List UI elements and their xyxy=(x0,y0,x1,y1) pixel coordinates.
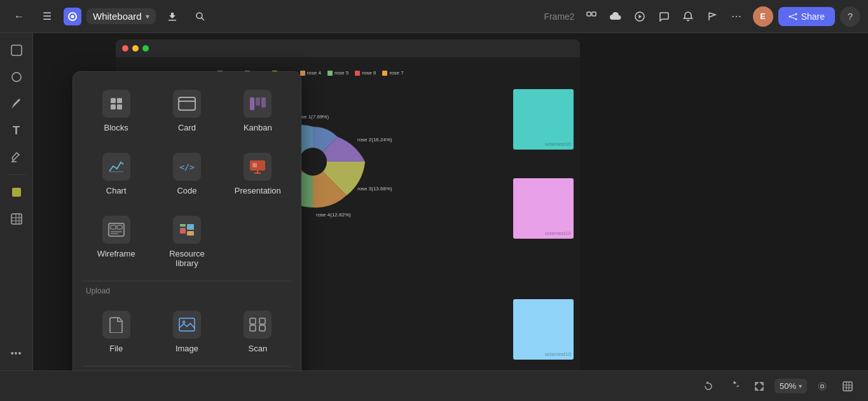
popup-grid-upload: File Image xyxy=(83,303,291,361)
presentation-icon xyxy=(244,153,272,181)
svg-point-9 xyxy=(795,13,797,15)
sidebar-eraser-tool[interactable] xyxy=(4,145,29,169)
svg-rect-29 xyxy=(261,97,266,108)
svg-line-12 xyxy=(790,17,795,18)
toolbar-icons: ⋯ xyxy=(580,5,748,28)
svg-rect-40 xyxy=(180,228,186,234)
sticky-note-pink[interactable]: octantest10 xyxy=(513,178,574,239)
resource-library-icon xyxy=(173,216,201,244)
svg-rect-37 xyxy=(117,225,122,229)
popup-item-presentation[interactable]: Presentation xyxy=(225,145,291,203)
sticky-note-blue[interactable]: octantest10 xyxy=(513,299,574,360)
card-icon xyxy=(173,90,201,118)
svg-rect-21 xyxy=(111,98,116,103)
popup-item-scan[interactable]: Scan xyxy=(225,303,291,361)
popup-item-image[interactable]: Image xyxy=(154,303,219,361)
avatar-button[interactable]: E xyxy=(753,6,773,27)
frame-dot-red xyxy=(122,45,128,52)
code-icon: </> xyxy=(173,153,201,181)
svg-rect-13 xyxy=(11,45,22,55)
popup-grid-3: Wireframe Resource library xyxy=(83,208,291,276)
undo-button[interactable] xyxy=(698,376,719,397)
play-btn[interactable] xyxy=(628,5,651,28)
popup-item-resource-library[interactable]: Resource library xyxy=(154,208,219,276)
grid-view-button[interactable] xyxy=(837,376,858,397)
popup-grid-1: Blocks Card xyxy=(83,82,291,140)
title-text: Whiteboard xyxy=(93,11,142,22)
zoom-text: 50% xyxy=(780,381,796,391)
zoom-chevron-icon: ▾ xyxy=(799,383,802,390)
comment-btn[interactable] xyxy=(652,5,675,28)
share-button[interactable]: Share xyxy=(778,7,835,26)
popup-item-card[interactable]: Card xyxy=(154,82,219,140)
sidebar-more-tool[interactable]: ••• xyxy=(4,341,29,365)
chart-icon xyxy=(102,153,130,181)
svg-rect-47 xyxy=(259,318,265,324)
notification-btn[interactable] xyxy=(677,5,699,28)
back-button[interactable]: ← xyxy=(8,5,31,28)
sidebar-text-tool[interactable]: T xyxy=(4,118,29,143)
svg-marker-7 xyxy=(638,15,642,18)
sidebar-shape-tool[interactable] xyxy=(4,65,29,89)
sidebar-select-tool[interactable] xyxy=(4,38,29,62)
frame-header xyxy=(116,39,580,57)
svg-rect-15 xyxy=(12,188,21,197)
svg-rect-24 xyxy=(117,104,122,109)
center-view-button[interactable] xyxy=(812,376,832,397)
save-cloud-btn[interactable] xyxy=(604,5,627,28)
chart-label: Chart xyxy=(106,186,127,195)
svg-point-10 xyxy=(795,18,797,20)
popup-item-kanban[interactable]: Kanban xyxy=(225,82,291,140)
frame-dot-green xyxy=(142,45,149,52)
more-btn[interactable]: ⋯ xyxy=(725,5,748,28)
sticky-note-green[interactable]: octantest10 xyxy=(513,89,574,150)
svg-rect-42 xyxy=(187,231,194,236)
presentation-label: Presentation xyxy=(235,186,281,195)
popup-item-chart[interactable]: Chart xyxy=(83,145,149,203)
legend-rose4: rose 4 xyxy=(300,70,321,76)
popup-item-wireframe[interactable]: Wireframe xyxy=(83,208,149,276)
svg-rect-32 xyxy=(252,163,257,167)
zoom-control[interactable]: 50% ▾ xyxy=(775,379,807,393)
svg-text:rose 2(16.24%): rose 2(16.24%) xyxy=(357,137,392,143)
kanban-icon xyxy=(244,90,272,118)
kanban-label: Kanban xyxy=(244,123,272,132)
menu-button[interactable]: ☰ xyxy=(36,5,59,28)
svg-text:rose 1(7.69%): rose 1(7.69%) xyxy=(297,114,329,120)
app-logo xyxy=(64,8,81,25)
popup-item-code[interactable]: </> Code xyxy=(154,145,219,203)
upload-section-title: Upload xyxy=(83,286,291,295)
canvas-area[interactable]: Blocks Card xyxy=(33,33,868,370)
search-button[interactable] xyxy=(189,5,212,28)
sidebar-table-tool[interactable] xyxy=(4,207,29,231)
code-label: Code xyxy=(177,186,196,195)
svg-rect-68 xyxy=(843,382,852,391)
svg-text:rose 4(12.82%): rose 4(12.82%) xyxy=(316,212,351,218)
flag-btn[interactable] xyxy=(701,5,724,28)
topbar-left: ← ☰ Whiteboard ▾ xyxy=(8,5,539,28)
download-button[interactable] xyxy=(161,5,184,28)
card-label: Card xyxy=(178,123,196,132)
fit-screen-button[interactable] xyxy=(749,376,769,397)
file-icon xyxy=(102,311,130,339)
sidebar-pen-tool[interactable] xyxy=(4,92,29,116)
svg-rect-31 xyxy=(250,160,265,171)
present-mode-btn[interactable] xyxy=(580,5,603,28)
help-button[interactable]: ? xyxy=(840,6,860,27)
svg-rect-49 xyxy=(259,325,265,331)
topbar-right: ⋯ E Share ? xyxy=(580,5,860,28)
main-area: T ••• xyxy=(0,33,868,370)
svg-point-1 xyxy=(71,15,74,18)
svg-rect-4 xyxy=(587,12,591,16)
svg-rect-48 xyxy=(250,325,256,331)
svg-rect-5 xyxy=(592,12,596,16)
title-area[interactable]: Whiteboard ▾ xyxy=(86,8,156,24)
resource-library-label: Resource library xyxy=(159,249,214,268)
popup-item-file[interactable]: File xyxy=(83,303,149,361)
svg-marker-64 xyxy=(755,388,758,390)
svg-marker-63 xyxy=(761,383,763,385)
svg-line-3 xyxy=(202,18,204,20)
popup-item-blocks[interactable]: Blocks xyxy=(83,82,149,140)
redo-button[interactable] xyxy=(724,376,744,397)
sidebar-note-tool[interactable] xyxy=(4,180,29,204)
